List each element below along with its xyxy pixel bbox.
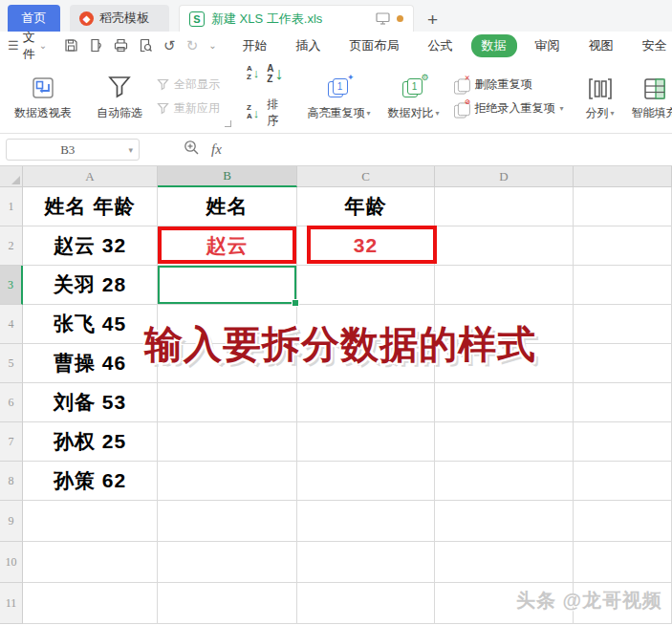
export-pdf-icon[interactable] <box>89 38 103 53</box>
cell-E5[interactable] <box>574 344 672 383</box>
cell-E6[interactable] <box>574 383 672 422</box>
quick-access-more-icon[interactable]: ⌄ <box>208 40 216 51</box>
print-preview-icon[interactable] <box>139 38 153 53</box>
cell-D3[interactable] <box>435 266 574 305</box>
cell-A11[interactable] <box>23 583 158 624</box>
cell-C8[interactable] <box>297 462 435 501</box>
formula-input[interactable] <box>222 134 672 165</box>
print-icon[interactable] <box>114 38 128 53</box>
column-header-D[interactable]: D <box>435 166 574 187</box>
cell-C6[interactable] <box>297 383 435 422</box>
cell-B3-selected[interactable] <box>158 266 297 305</box>
cell-D2[interactable] <box>435 226 574 266</box>
cell-B1[interactable]: 姓名 <box>158 187 297 226</box>
sort-label[interactable]: 排序 <box>267 97 283 129</box>
column-header-E[interactable] <box>574 166 672 187</box>
cell-C10[interactable] <box>297 542 435 583</box>
cell-B2-highlighted[interactable]: 赵云 <box>158 226 297 266</box>
row-header-1[interactable]: 1 <box>0 187 23 226</box>
cell-C7[interactable] <box>297 422 435 462</box>
cell-B8[interactable] <box>158 462 297 501</box>
cell-E8[interactable] <box>574 462 672 501</box>
cell-A7[interactable]: 孙权 25 <box>23 422 158 462</box>
cell-D7[interactable] <box>435 422 574 462</box>
row-header-11[interactable]: 11 <box>0 583 23 624</box>
select-all-corner[interactable] <box>0 166 23 187</box>
screen-share-icon[interactable] <box>376 12 390 25</box>
pivot-table-button[interactable]: 数据透视表 <box>6 59 80 133</box>
zoom-search-icon[interactable] <box>184 140 200 160</box>
cell-D6[interactable] <box>435 383 574 422</box>
reject-duplicates-button[interactable]: ⊘ 拒绝录入重复项 ▾ <box>454 100 564 117</box>
cell-E1[interactable] <box>574 187 672 226</box>
tab-document-active[interactable]: S 新建 XLS 工作表.xls <box>179 5 414 32</box>
cell-A6[interactable]: 刘备 53 <box>23 383 158 422</box>
tab-page-layout[interactable]: 页面布局 <box>339 34 410 57</box>
tab-view[interactable]: 视图 <box>578 34 624 57</box>
row-header-8[interactable]: 8 <box>0 462 23 501</box>
sort-descending-icon[interactable]: ZA ↓ <box>247 104 259 121</box>
cell-D10[interactable] <box>435 542 574 583</box>
sort-button-icon[interactable]: AZ ↓ <box>267 63 283 84</box>
cell-B9[interactable] <box>158 501 297 542</box>
name-box-caret-icon[interactable]: ▾ <box>128 145 139 155</box>
cell-A3[interactable]: 关羽 28 <box>23 266 158 305</box>
cell-C1[interactable]: 年龄 <box>297 187 435 226</box>
row-header-3-selected[interactable]: 3 <box>0 266 23 305</box>
sort-ascending-icon[interactable]: AZ ↓ <box>247 65 259 82</box>
cell-B10[interactable] <box>158 542 297 583</box>
smart-fill-button[interactable]: 智能填充 <box>623 59 672 133</box>
cell-E7[interactable] <box>574 422 672 462</box>
cell-A8[interactable]: 孙策 62 <box>23 462 158 501</box>
tab-templates[interactable]: ◆ 稻壳模板 <box>70 5 169 32</box>
row-header-10[interactable]: 10 <box>0 542 23 583</box>
cell-A4[interactable]: 张飞 45 <box>23 305 158 344</box>
row-header-6[interactable]: 6 <box>0 383 23 422</box>
tab-security[interactable]: 安全 <box>632 34 672 57</box>
new-tab-button[interactable]: + <box>427 11 438 29</box>
cell-A5[interactable]: 曹操 46 <box>23 344 158 383</box>
highlight-duplicates-button[interactable]: 1✦ 高亮重复项▾ <box>299 59 379 133</box>
tab-data-active[interactable]: 数据 <box>471 34 517 57</box>
column-header-C[interactable]: C <box>297 166 435 187</box>
tab-home[interactable]: 首页 <box>8 5 60 32</box>
row-header-9[interactable]: 9 <box>0 501 23 542</box>
file-menu-button[interactable]: ☰ 文件 ⌄ <box>8 29 47 63</box>
cell-E2[interactable] <box>574 226 672 266</box>
row-header-7[interactable]: 7 <box>0 422 23 462</box>
undo-icon[interactable]: ↺ <box>163 37 176 54</box>
row-header-4[interactable]: 4 <box>0 305 23 344</box>
save-icon[interactable] <box>64 38 78 53</box>
cell-B7[interactable] <box>158 422 297 462</box>
row-header-5[interactable]: 5 <box>0 344 23 383</box>
dialog-launcher-icon[interactable] <box>225 120 231 127</box>
cell-A10[interactable] <box>23 542 158 583</box>
show-all-button[interactable]: 全部显示 <box>157 76 220 93</box>
reapply-button[interactable]: 重新应用 <box>157 100 220 117</box>
cell-A9[interactable] <box>23 501 158 542</box>
redo-icon[interactable]: ↻ <box>186 37 199 54</box>
cell-E9[interactable] <box>574 501 672 542</box>
cell-D8[interactable] <box>435 462 574 501</box>
row-header-2[interactable]: 2 <box>0 226 23 266</box>
cell-C2-highlighted[interactable]: 32 <box>297 226 435 266</box>
cell-A1[interactable]: 姓名 年龄 <box>23 187 158 226</box>
tab-insert[interactable]: 插入 <box>286 34 332 57</box>
cell-A2[interactable]: 赵云 32 <box>23 226 158 266</box>
fx-icon[interactable]: fx <box>211 141 222 158</box>
cell-C11[interactable] <box>297 583 435 624</box>
cell-B6[interactable] <box>158 383 297 422</box>
remove-duplicates-button[interactable]: ✕ 删除重复项 <box>454 76 564 93</box>
tab-formulas[interactable]: 公式 <box>418 34 464 57</box>
cell-D1[interactable] <box>435 187 574 226</box>
cell-B11[interactable] <box>158 583 297 624</box>
data-compare-button[interactable]: 1⚙ 数据对比▾ <box>379 59 448 133</box>
tab-review[interactable]: 审阅 <box>525 34 571 57</box>
cell-E3[interactable] <box>574 266 672 305</box>
text-to-columns-button[interactable]: 分列▾ <box>577 59 623 133</box>
tab-start[interactable]: 开始 <box>232 34 278 57</box>
autofilter-button[interactable]: 自动筛选 <box>88 59 151 133</box>
cell-C3[interactable] <box>297 266 435 305</box>
cell-E10[interactable] <box>574 542 672 583</box>
column-header-B-selected[interactable]: B <box>158 166 297 187</box>
